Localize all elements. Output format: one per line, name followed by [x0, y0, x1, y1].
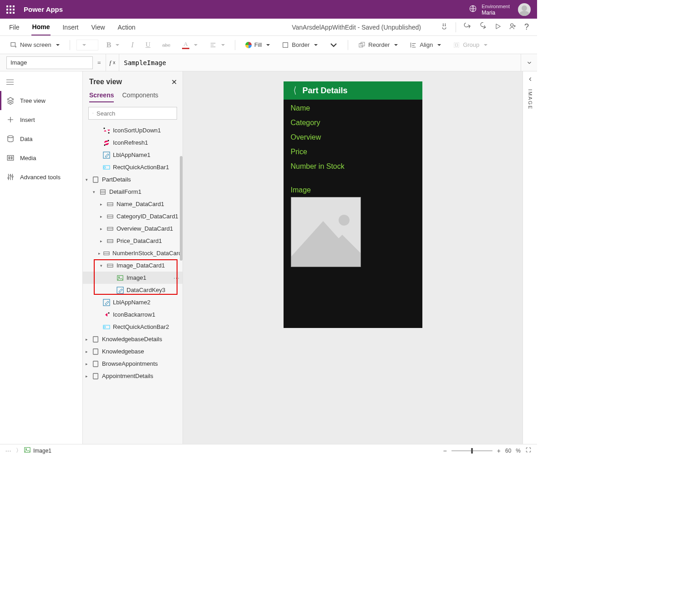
reorder-button[interactable]: Reorder: [355, 40, 401, 50]
tree-node[interactable]: IconSortUpDown1: [83, 124, 183, 136]
menu-file[interactable]: File: [8, 19, 20, 35]
group-button[interactable]: Group: [449, 40, 491, 50]
font-color-button[interactable]: A: [178, 39, 201, 51]
expand-properties-button[interactable]: [527, 76, 533, 84]
nav-tree-view[interactable]: Tree view: [0, 91, 82, 110]
tree-node[interactable]: IconRefresh1: [83, 136, 183, 149]
status-more-button[interactable]: ···: [5, 448, 11, 454]
label-icon: [103, 151, 110, 159]
tree-node-screen[interactable]: ▸Knowledgebase: [83, 345, 183, 358]
tree-node-card[interactable]: ▸Overview_DataCard1: [83, 222, 183, 235]
tree-pane-title: Tree view: [89, 78, 176, 86]
fill-button[interactable]: Fill: [242, 40, 274, 50]
tree-node[interactable]: LblAppName1: [83, 149, 183, 161]
menu-action[interactable]: Action: [117, 19, 137, 35]
zoom-in-button[interactable]: +: [497, 447, 501, 454]
border-button[interactable]: Border: [278, 40, 321, 50]
align-button[interactable]: Align: [406, 40, 445, 50]
zoom-percent: %: [516, 448, 521, 454]
tree-node[interactable]: DataCardKey3: [83, 284, 183, 296]
tree-node-card[interactable]: ▸NumberInStock_DataCard1: [83, 247, 183, 259]
tree-node-image1[interactable]: Image1···: [83, 272, 183, 284]
formula-expand-button[interactable]: [521, 54, 537, 71]
tree-search[interactable]: [88, 107, 177, 120]
tree-node-screen[interactable]: ▸AppointmentDetails: [83, 370, 183, 382]
tools-icon: [6, 173, 15, 181]
user-avatar[interactable]: [518, 3, 531, 16]
back-icon[interactable]: 〈: [291, 85, 296, 97]
bold-button[interactable]: B: [103, 39, 123, 51]
svg-point-10: [8, 136, 13, 138]
breadcrumb[interactable]: Image1: [24, 447, 51, 454]
app-checker-icon[interactable]: [440, 22, 448, 32]
tree-node-card[interactable]: ▾Image_DataCard1: [83, 259, 183, 272]
rail-collapse-button[interactable]: [0, 73, 82, 91]
tree-node-form[interactable]: ▾DetailForm1: [83, 186, 183, 198]
fx-button[interactable]: fx: [106, 54, 120, 71]
environment-name: Maria: [482, 10, 510, 16]
tab-components[interactable]: Components: [122, 91, 158, 102]
help-button[interactable]: ?: [524, 22, 529, 32]
rectangle-icon: [103, 164, 110, 171]
fit-to-screen-button[interactable]: [525, 447, 532, 454]
globe-icon: [469, 5, 477, 14]
phone-preview: 〈 Part Details Name Category Overview Pr…: [284, 81, 422, 328]
border-style-button[interactable]: [326, 40, 341, 50]
play-button[interactable]: [494, 23, 502, 31]
screen-icon: [92, 373, 99, 380]
strike-button[interactable]: abc: [158, 40, 174, 50]
sample-image[interactable]: [291, 197, 361, 267]
datacard-icon: [107, 225, 114, 232]
undo-button[interactable]: [463, 22, 472, 32]
new-screen-button[interactable]: New screen: [6, 40, 63, 50]
icon-control-icon: [103, 311, 110, 318]
nav-advanced[interactable]: Advanced tools: [0, 167, 82, 187]
tree-node[interactable]: LblAppName2: [83, 296, 183, 308]
svg-rect-23: [103, 166, 110, 169]
tree-list: IconSortUpDown1 IconRefresh1 LblAppName1…: [83, 124, 183, 444]
nav-insert[interactable]: Insert: [0, 110, 82, 129]
title-bar: Power Apps Environment Maria: [0, 0, 537, 19]
datacard-icon: [107, 201, 114, 208]
tree-node[interactable]: RectQuickActionBar2: [83, 321, 183, 333]
tree-node-card[interactable]: ▸CategoryID_DataCard1: [83, 210, 183, 222]
tree-node[interactable]: RectQuickActionBar1: [83, 161, 183, 173]
node-more-button[interactable]: ···: [173, 274, 180, 281]
tree-node-card[interactable]: ▸Name_DataCard1: [83, 198, 183, 210]
close-pane-button[interactable]: ✕: [171, 78, 177, 86]
underline-button[interactable]: U: [142, 39, 154, 50]
svg-rect-13: [11, 157, 12, 159]
text-align-button[interactable]: [206, 40, 228, 50]
tree-node-screen[interactable]: ▾PartDetails: [83, 173, 183, 186]
tree-search-input[interactable]: [96, 110, 173, 117]
zoom-out-button[interactable]: −: [443, 447, 447, 454]
italic-button[interactable]: I: [127, 39, 137, 51]
svg-point-17: [93, 113, 94, 114]
tree-scrollbar[interactable]: [180, 156, 183, 261]
nav-data[interactable]: Data: [0, 129, 82, 148]
tree-node[interactable]: IconBackarrow1: [83, 308, 183, 321]
menu-home[interactable]: Home: [31, 19, 51, 35]
svg-rect-48: [93, 336, 98, 342]
formula-input[interactable]: [119, 54, 521, 71]
menu-view[interactable]: View: [90, 19, 106, 35]
menu-insert[interactable]: Insert: [61, 19, 79, 35]
tab-screens[interactable]: Screens: [89, 91, 114, 102]
tree-node-screen[interactable]: ▸BrowseAppointments: [83, 358, 183, 370]
tree-node-card[interactable]: ▸Price_DataCard1: [83, 235, 183, 247]
environment-picker[interactable]: Environment Maria: [469, 3, 510, 16]
svg-rect-4: [11, 42, 15, 46]
font-select[interactable]: [76, 40, 98, 50]
svg-rect-5: [283, 42, 288, 47]
share-button[interactable]: [509, 22, 517, 32]
app-launcher-icon[interactable]: [6, 5, 15, 14]
nav-media[interactable]: Media: [0, 148, 82, 167]
property-selector[interactable]: Image: [6, 56, 93, 69]
canvas-area[interactable]: 〈 Part Details Name Category Overview Pr…: [183, 71, 522, 444]
menu-bar: File Home Insert View Action VanArsdelAp…: [0, 19, 537, 36]
screen-icon: [92, 360, 99, 368]
redo-button[interactable]: [479, 22, 487, 32]
zoom-slider[interactable]: [451, 450, 492, 451]
tree-node-screen[interactable]: ▸KnowledgebaseDetails: [83, 333, 183, 345]
svg-rect-26: [101, 189, 106, 194]
